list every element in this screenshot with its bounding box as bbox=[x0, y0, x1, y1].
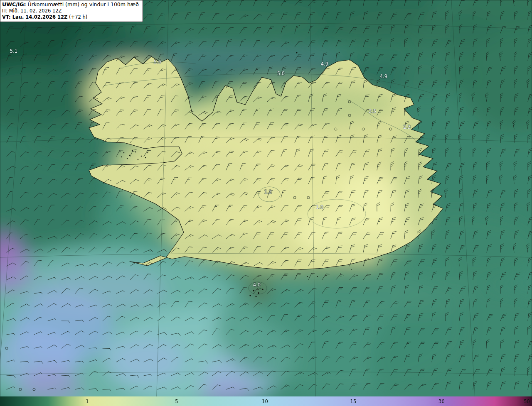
valid-time: VT: Lau. 14.02.2026 12Z bbox=[2, 14, 67, 20]
colorbar-tick: 30 bbox=[438, 399, 445, 404]
contour-label: 4.9 bbox=[380, 73, 387, 79]
contour-label: 5.6 bbox=[154, 59, 161, 65]
precip-colorbar: 1510153050 bbox=[0, 396, 532, 406]
title-line: UWC/IG: Úrkomumætti (mm) og vindur i 100… bbox=[2, 1, 139, 8]
valid-time-line: VT: Lau. 14.02.2026 12Z (+72 h) bbox=[2, 14, 139, 20]
colorbar-tick: 5 bbox=[175, 399, 178, 404]
weather-map-stage: 5.15.65.04.94.92.52.31.21.04.0 UWC/IG: Ú… bbox=[0, 0, 532, 406]
contour-label: 5.1 bbox=[10, 48, 17, 54]
colorbar-tick: 50 bbox=[524, 399, 530, 404]
contour-label: 1.2 bbox=[264, 189, 272, 195]
contour-label: 1.0 bbox=[316, 204, 323, 210]
contour-label: 5.0 bbox=[277, 71, 285, 76]
model-id: UWC/IG: bbox=[2, 1, 26, 7]
map-title-box: UWC/IG: Úrkomumætti (mm) og vindur i 100… bbox=[0, 0, 143, 22]
contour-label: 2.3 bbox=[403, 124, 411, 130]
contour-label: 4.0 bbox=[253, 282, 261, 288]
colorbar-tick: 10 bbox=[262, 399, 268, 404]
precipitation-wind-map: 5.15.65.04.94.92.52.31.21.04.0 bbox=[0, 0, 532, 406]
map-title: Úrkomumætti (mm) og vindur i 100m hæð bbox=[26, 1, 139, 7]
contour-label: 4.9 bbox=[321, 61, 328, 67]
valid-offset: (+72 h) bbox=[67, 14, 87, 20]
colorbar-tick: 15 bbox=[350, 399, 357, 404]
contour-label: 2.5 bbox=[369, 108, 376, 114]
init-time: IT: Mið. 11. 02. 2026 12Z bbox=[2, 8, 139, 14]
colorbar-tick: 1 bbox=[86, 399, 89, 404]
